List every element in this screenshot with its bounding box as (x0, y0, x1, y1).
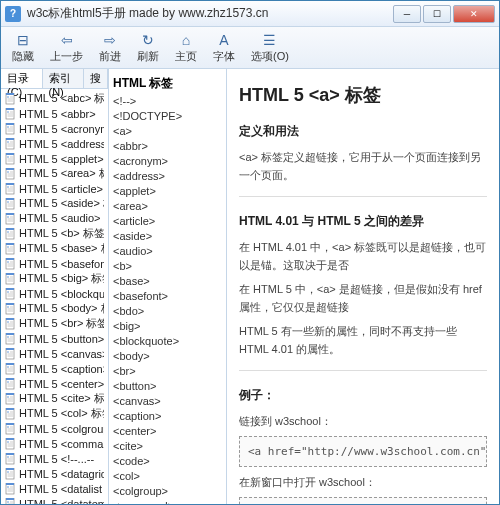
toc-tree[interactable]: HTML 5 <abc> 标签HTML 5 <abbr>HTML 5 <acro… (1, 89, 108, 504)
tree-item-label: HTML 5 <b> 标签 (19, 226, 104, 241)
tag-list-item[interactable]: <canvas> (113, 394, 222, 409)
divider (239, 370, 487, 371)
tree-item[interactable]: HTML 5 <datatempl (3, 496, 106, 504)
toolbar-字体[interactable]: A字体 (206, 28, 242, 67)
document-icon (5, 378, 17, 390)
tag-list-item[interactable]: <article> (113, 214, 222, 229)
svg-point-152 (7, 471, 9, 473)
tag-list-item[interactable]: <applet> (113, 184, 222, 199)
svg-rect-157 (6, 483, 14, 485)
tree-item[interactable]: HTML 5 <address> (3, 136, 106, 151)
document-icon (5, 258, 17, 270)
svg-point-50 (7, 216, 9, 218)
tree-item[interactable]: HTML 5 <br> 标签 (3, 316, 106, 331)
page-title: HTML 5 <a> 标签 (239, 83, 487, 107)
svg-point-2 (7, 96, 9, 98)
toolbar-前进[interactable]: ⇨前进 (92, 28, 128, 67)
tab-索引(N)[interactable]: 索引(N) (43, 69, 85, 88)
tree-item[interactable]: HTML 5 <article> (3, 181, 106, 196)
tree-item-label: HTML 5 <br> 标签 (19, 316, 104, 331)
tag-list-item[interactable]: <address> (113, 169, 222, 184)
tag-list-item[interactable]: <audio> (113, 244, 222, 259)
document-icon (5, 168, 17, 180)
tree-item[interactable]: HTML 5 <canvas> (3, 346, 106, 361)
svg-rect-115 (6, 378, 14, 380)
tree-item-label: HTML 5 <center> (19, 378, 104, 390)
tag-list-item[interactable]: <area> (113, 199, 222, 214)
tag-list-item[interactable]: <cite> (113, 439, 222, 454)
close-button[interactable]: ✕ (453, 5, 495, 23)
tag-list-item[interactable]: <caption> (113, 409, 222, 424)
svg-rect-91 (6, 318, 14, 320)
tag-list-item[interactable]: <col> (113, 469, 222, 484)
tree-item-label: HTML 5 <cite> 标 (19, 391, 104, 406)
tag-list-item[interactable]: <!DOCTYPE> (113, 109, 222, 124)
tree-item[interactable]: HTML 5 <cite> 标 (3, 391, 106, 406)
tag-list-item[interactable]: <a> (113, 124, 222, 139)
tag-list-item[interactable]: <base> (113, 274, 222, 289)
tree-item-label: HTML 5 <datalist (19, 483, 102, 495)
tree-item[interactable]: HTML 5 <area> 标 (3, 166, 106, 181)
tag-list-panel[interactable]: HTML 标签 <!--><!DOCTYPE><a><abbr><acronym… (109, 69, 227, 504)
tree-item[interactable]: HTML 5 <col> 标签 (3, 406, 106, 421)
main-content[interactable]: HTML 5 <a> 标签 定义和用法 <a> 标签定义超链接，它用于从一个页面… (227, 69, 499, 504)
tag-list-item[interactable]: <colgroup> (113, 484, 222, 499)
tab-搜[interactable]: 搜 (84, 69, 108, 88)
tag-list-item[interactable]: <body> (113, 349, 222, 364)
tree-item[interactable]: HTML 5 <acronym> (3, 121, 106, 136)
svg-rect-139 (6, 438, 14, 440)
tag-list-item[interactable]: <center> (113, 424, 222, 439)
tag-list-item[interactable]: <code> (113, 454, 222, 469)
tree-item[interactable]: HTML 5 <center> (3, 376, 106, 391)
tree-item[interactable]: HTML 5 <command> (3, 436, 106, 451)
window-buttons: ─ ☐ ✕ (393, 5, 495, 23)
tag-list-item[interactable]: <blockquote> (113, 334, 222, 349)
tag-list-item[interactable]: <big> (113, 319, 222, 334)
tree-item[interactable]: HTML 5 <blockquo (3, 286, 106, 301)
toolbar-label: 字体 (213, 49, 235, 64)
tree-item[interactable]: HTML 5 <basefont (3, 256, 106, 271)
tag-list-item[interactable]: <acronym> (113, 154, 222, 169)
tree-item[interactable]: HTML 5 <colgroup (3, 421, 106, 436)
toolbar-上一步[interactable]: ⇦上一步 (43, 28, 90, 67)
tree-item[interactable]: HTML 5 <body> 标 (3, 301, 106, 316)
tag-list-item[interactable]: <button> (113, 379, 222, 394)
tag-list-item[interactable]: <!--> (113, 94, 222, 109)
tree-item[interactable]: HTML 5 <applet> (3, 151, 106, 166)
tab-目录(C)[interactable]: 目录(C) (1, 69, 43, 88)
tag-list-item[interactable]: <bdo> (113, 304, 222, 319)
tag-list-item[interactable]: <basefont> (113, 289, 222, 304)
tree-item-label: HTML 5 <base> 标 (19, 241, 104, 256)
tag-list-item[interactable]: <b> (113, 259, 222, 274)
toolbar-主页[interactable]: ⌂主页 (168, 28, 204, 67)
toolbar-隐藏[interactable]: ⊟隐藏 (5, 28, 41, 67)
tree-item[interactable]: HTML 5 <big> 标签 (3, 271, 106, 286)
tree-item[interactable]: HTML 5 <button> (3, 331, 106, 346)
tag-list-item[interactable]: <br> (113, 364, 222, 379)
toolbar-刷新[interactable]: ↻刷新 (130, 28, 166, 67)
tree-item[interactable]: HTML 5 <abbr> (3, 106, 106, 121)
svg-rect-31 (6, 168, 14, 170)
tag-list-item[interactable]: <abbr> (113, 139, 222, 154)
minimize-button[interactable]: ─ (393, 5, 421, 23)
tree-item[interactable]: HTML 5 <aside> 标 (3, 196, 106, 211)
document-icon (5, 138, 17, 150)
tree-item[interactable]: HTML 5 <abc> 标签 (3, 91, 106, 106)
maximize-button[interactable]: ☐ (423, 5, 451, 23)
tree-item[interactable]: HTML 5 <datalist (3, 481, 106, 496)
tree-item-label: HTML 5 <abc> 标签 (19, 91, 104, 106)
svg-rect-151 (6, 468, 14, 470)
document-icon (5, 333, 17, 345)
tree-item[interactable]: HTML 5 <datagrid (3, 466, 106, 481)
tree-item[interactable]: HTML 5 <base> 标 (3, 241, 106, 256)
tree-item-label: HTML 5 <colgroup (19, 423, 104, 435)
tree-item[interactable]: HTML 5 <b> 标签 (3, 226, 106, 241)
tree-item[interactable]: HTML 5 <!--...-- (3, 451, 106, 466)
tag-list-item[interactable]: <aside> (113, 229, 222, 244)
svg-rect-79 (6, 288, 14, 290)
toolbar-选项(O)[interactable]: ☰选项(O) (244, 28, 296, 67)
svg-rect-73 (6, 273, 14, 275)
tag-list-item[interactable]: <command> (113, 499, 222, 504)
tree-item[interactable]: HTML 5 <audio> 标 (3, 211, 106, 226)
tree-item[interactable]: HTML 5 <caption> (3, 361, 106, 376)
